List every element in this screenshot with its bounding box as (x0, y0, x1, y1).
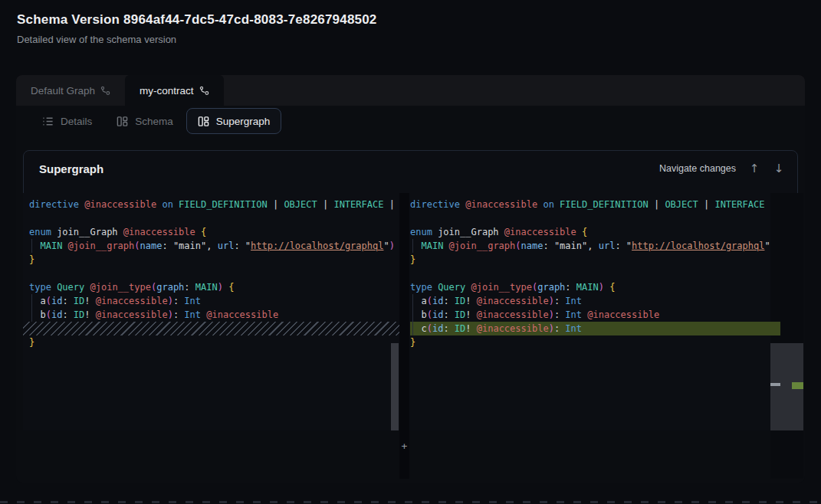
code-line[interactable]: enum join__Graph @inaccessible { (29, 225, 399, 239)
diff-splitter[interactable]: + (399, 193, 409, 479)
code-line[interactable]: b(id: ID! @inaccessible): Int @inaccessi… (410, 308, 770, 322)
tab-default-graph[interactable]: Default Graph (16, 75, 125, 106)
variant-icon (199, 86, 209, 96)
code-line[interactable]: type Query @join__type(graph: MAIN) { (410, 280, 770, 294)
tab-label: my-contract (140, 85, 194, 97)
diff-insert-plus-icon: + (399, 440, 409, 453)
code-line[interactable]: b(id: ID! @inaccessible): Int @inaccessi… (29, 308, 399, 322)
code-line[interactable] (410, 267, 770, 280)
added-line-overflow (770, 322, 780, 335)
navigate-prev-button[interactable]: ↑ (745, 159, 764, 178)
variant-tabstrip: Default Graph my-contract (16, 75, 805, 106)
code-line[interactable]: MAIN @join__graph(name: "main", url: "ht… (410, 239, 770, 253)
diff-left-pane[interactable]: directive @inaccessible on FIELD_DEFINIT… (23, 193, 399, 430)
page-subtitle: Detailed view of the schema version (17, 34, 176, 45)
diff-placeholder-row[interactable] (23, 322, 399, 335)
list-icon (42, 116, 54, 127)
code-line[interactable]: c(id: ID! @inaccessible): Int (410, 322, 770, 335)
code-line[interactable]: } (410, 253, 770, 267)
code-line[interactable] (410, 211, 770, 225)
left-scrollbar-thumb[interactable] (391, 343, 399, 430)
code-line[interactable]: directive @inaccessible on FIELD_DEFINIT… (29, 198, 399, 211)
page-title: Schema Version 8964af44-7dc5-47cd-8083-7… (17, 12, 377, 28)
schema-version-card: Default Graph my-contract Details S (16, 75, 805, 483)
code-line[interactable]: } (29, 253, 399, 267)
minimap-added-marker (792, 382, 803, 389)
overview-ruler-marker (770, 383, 780, 386)
indent-guide (31, 308, 32, 322)
panel-title: Supergraph (39, 162, 103, 175)
variant-icon (100, 86, 110, 96)
bottom-dashed-divider (0, 501, 821, 503)
code-line[interactable]: enum join__Graph @inaccessible { (410, 225, 770, 239)
indent-guide (412, 308, 413, 322)
code-line[interactable] (29, 267, 399, 280)
code-line[interactable]: a(id: ID! @inaccessible): Int (410, 294, 770, 308)
tab-supergraph[interactable]: Supergraph (186, 108, 282, 134)
code-line[interactable]: } (410, 335, 770, 349)
indent-guide (31, 239, 32, 253)
subtab-label: Supergraph (216, 116, 271, 127)
diff-right-pane[interactable]: directive @inaccessible on FIELD_DEFINIT… (409, 193, 770, 430)
code-line[interactable] (29, 211, 399, 225)
indent-guide (412, 239, 413, 253)
view-subtabs: Details Schema Supergraph (16, 106, 805, 136)
panels-icon (198, 116, 209, 127)
indent-guide (412, 322, 413, 335)
tab-my-contract[interactable]: my-contract (125, 75, 224, 106)
navigate-changes-label: Navigate changes (659, 163, 736, 174)
indent-guide (31, 294, 32, 308)
tab-schema[interactable]: Schema (105, 108, 185, 134)
code-line[interactable]: MAIN @join__graph(name: "main", url: "ht… (29, 239, 399, 253)
subtab-label: Details (61, 116, 92, 127)
indent-guide (412, 294, 413, 308)
code-line[interactable]: directive @inaccessible on FIELD_DEFINIT… (410, 198, 770, 211)
code-line[interactable]: a(id: ID! @inaccessible): Int (29, 294, 399, 308)
navigate-changes-group: Navigate changes ↑ ↓ (659, 159, 788, 178)
navigate-next-button[interactable]: ↓ (770, 159, 788, 178)
minimap-column (770, 193, 803, 479)
code-line[interactable]: type Query @join__type(graph: MAIN) { (29, 280, 399, 294)
tab-label: Default Graph (31, 85, 95, 97)
code-line[interactable]: } (29, 335, 399, 349)
panels-icon (117, 116, 128, 127)
tab-details[interactable]: Details (31, 108, 103, 134)
subtab-label: Schema (135, 116, 173, 127)
